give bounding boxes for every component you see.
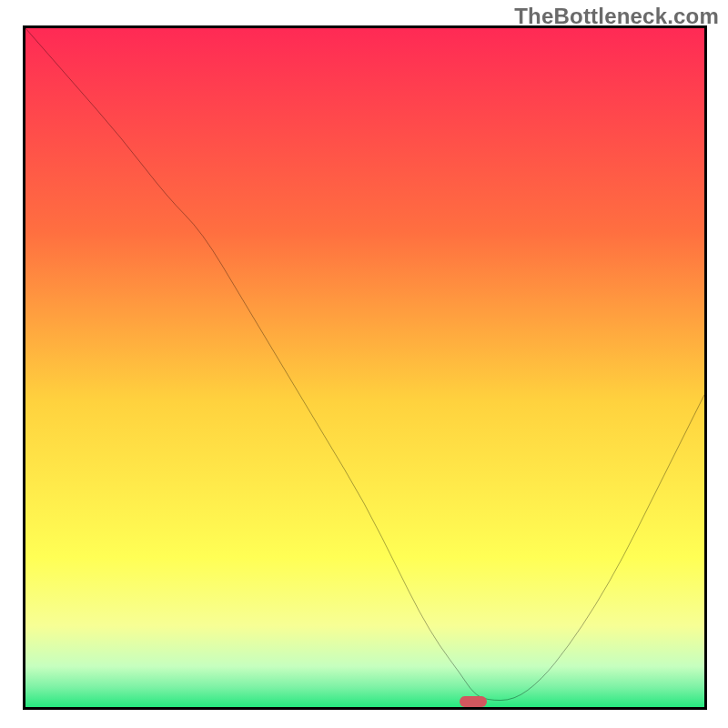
optimal-marker [460,696,487,707]
chart-frame: TheBottleneck.com [0,0,728,728]
bottleneck-curve [25,28,704,707]
plot-area [23,25,707,710]
watermark-text: TheBottleneck.com [514,4,719,29]
